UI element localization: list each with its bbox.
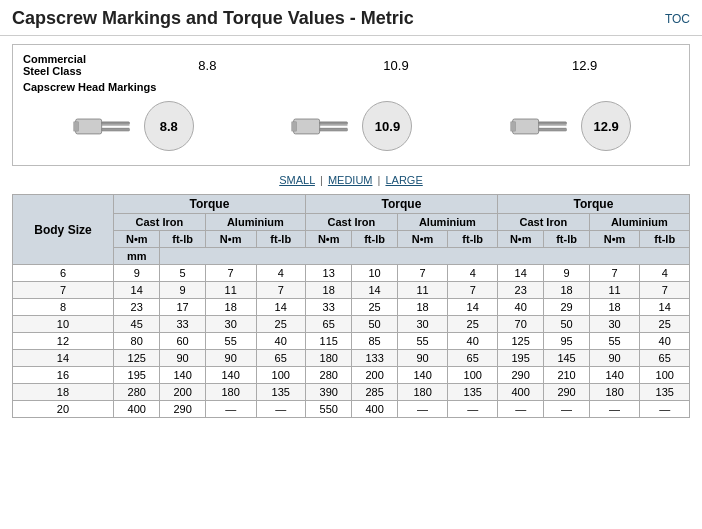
diagram-group-129: 12.9 — [508, 101, 631, 151]
unit-nm3: N•m — [305, 231, 352, 248]
col-header-cast-iron3: Cast Iron — [497, 214, 589, 231]
svg-rect-14 — [513, 119, 539, 134]
col-header-aluminium2: Aluminium — [397, 214, 497, 231]
table-row: 20400290——550400—————— — [13, 401, 690, 418]
page: Capscrew Markings and Torque Values - Me… — [0, 0, 702, 529]
svg-rect-0 — [75, 119, 101, 134]
table-row: 1412590906518013390651951459065 — [13, 350, 690, 367]
col-header-torque1: Torque — [113, 195, 305, 214]
diagram-group-88: 8.8 — [71, 101, 194, 151]
bolt-illustration-88 — [71, 106, 136, 146]
col-header-body-size: Body Size — [13, 195, 114, 265]
unit-ftlb4: ft-lb — [448, 231, 497, 248]
svg-rect-8 — [292, 122, 297, 131]
svg-rect-2 — [101, 122, 129, 125]
table-row: 6957413107414974 — [13, 265, 690, 282]
page-title: Capscrew Markings and Torque Values - Me… — [12, 8, 414, 29]
svg-rect-15 — [511, 122, 516, 131]
steel-class-129: 12.9 — [490, 58, 679, 73]
small-link[interactable]: SMALL — [279, 174, 315, 186]
col-header-cast-iron2: Cast Iron — [305, 214, 397, 231]
svg-rect-9 — [320, 122, 348, 125]
unit-nm2: N•m — [205, 231, 256, 248]
col-header-torque3: Torque — [497, 195, 689, 214]
diagram-section: Commercial Steel Class 8.8 10.9 12.9 Cap… — [12, 44, 690, 166]
unit-ftlb6: ft-lb — [640, 231, 690, 248]
table-row: 18280200180135390285180135400290180135 — [13, 384, 690, 401]
bolt-illustration-109 — [289, 106, 354, 146]
unit-ftlb1: ft-lb — [160, 231, 205, 248]
page-header: Capscrew Markings and Torque Values - Me… — [0, 0, 702, 36]
col-header-aluminium1: Aluminium — [205, 214, 305, 231]
svg-rect-3 — [101, 128, 129, 131]
sep2: | — [378, 174, 384, 186]
unit-nm6: N•m — [589, 231, 640, 248]
table-row: 10453330256550302570503025 — [13, 316, 690, 333]
col-header-aluminium3: Aluminium — [589, 214, 689, 231]
capscrew-head-label: Capscrew Head Markings — [23, 81, 679, 93]
col-header-torque2: Torque — [305, 195, 497, 214]
table-row: 714911718141172318117 — [13, 282, 690, 299]
medium-link[interactable]: MEDIUM — [328, 174, 373, 186]
unit-nm1: N•m — [113, 231, 160, 248]
svg-rect-16 — [539, 122, 567, 125]
steel-class-88: 8.8 — [113, 58, 302, 73]
torque-table: Body Size Torque Torque Torque Cast Iron… — [12, 194, 690, 418]
bolt-illustration-129 — [508, 106, 573, 146]
svg-rect-17 — [539, 128, 567, 131]
commercial-steel-label: Commercial Steel Class — [23, 53, 113, 77]
col-header-cast-iron1: Cast Iron — [113, 214, 205, 231]
unit-ftlb3: ft-lb — [352, 231, 397, 248]
commercial-steel-row: Commercial Steel Class 8.8 10.9 12.9 — [23, 53, 679, 77]
diagram-group-109: 10.9 — [289, 101, 412, 151]
size-links: SMALL | MEDIUM | LARGE — [0, 174, 702, 186]
table-row: 16195140140100280200140100290210140100 — [13, 367, 690, 384]
svg-rect-10 — [320, 128, 348, 131]
svg-rect-1 — [74, 122, 79, 131]
table-row: 1280605540115855540125955540 — [13, 333, 690, 350]
unit-ftlb2: ft-lb — [256, 231, 305, 248]
unit-spacer — [160, 248, 690, 265]
sep1: | — [320, 174, 326, 186]
svg-rect-7 — [294, 119, 320, 134]
hex-circle-129: 12.9 — [581, 101, 631, 151]
diagram-images: 8.8 10.9 — [23, 97, 679, 157]
hex-circle-88: 8.8 — [144, 101, 194, 151]
hex-circle-109: 10.9 — [362, 101, 412, 151]
unit-nm4: N•m — [397, 231, 448, 248]
unit-nm5: N•m — [497, 231, 544, 248]
unit-mm: mm — [113, 248, 160, 265]
table-row: 8231718143325181440291814 — [13, 299, 690, 316]
steel-class-109: 10.9 — [302, 58, 491, 73]
large-link[interactable]: LARGE — [385, 174, 422, 186]
unit-ftlb5: ft-lb — [544, 231, 589, 248]
toc-link[interactable]: TOC — [665, 12, 690, 26]
